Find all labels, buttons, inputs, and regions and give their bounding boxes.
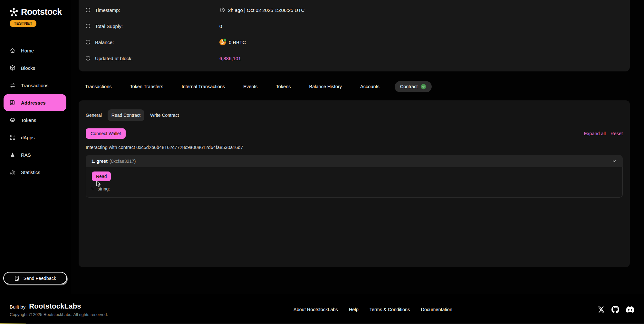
sidebar-item-statistics[interactable]: Statistics bbox=[0, 163, 70, 181]
built-by-text: Built by bbox=[10, 304, 25, 310]
chevron-down-icon[interactable] bbox=[612, 159, 617, 164]
tab-contract[interactable]: Contract bbox=[395, 81, 432, 92]
address-card-icon bbox=[9, 99, 16, 106]
info-row-total-supply: Total Supply: 0 bbox=[85, 18, 630, 34]
social-icons bbox=[598, 305, 634, 314]
sidebar-item-label: dApps bbox=[21, 135, 35, 140]
scrollbar-thumb[interactable] bbox=[0, 323, 26, 324]
footer-link-about[interactable]: About RootstockLabs bbox=[293, 307, 338, 312]
verified-check-icon bbox=[421, 84, 426, 89]
sidebar-item-label: Addresses bbox=[21, 100, 46, 106]
main-content: Timestamp: 2h ago | Oct 02 2025 15:06:25… bbox=[70, 0, 644, 295]
rootstock-explorer-page: Rootstock TESTNET Home bbox=[0, 0, 644, 324]
rootstock-logo-icon bbox=[9, 7, 19, 17]
read-button[interactable]: Read bbox=[92, 171, 111, 181]
expand-all-link[interactable]: Expand all bbox=[584, 131, 606, 136]
tab-transactions[interactable]: Transactions bbox=[85, 84, 111, 89]
subtab-general[interactable]: General bbox=[86, 109, 102, 121]
result-branch-icon bbox=[92, 187, 94, 189]
connect-wallet-button[interactable]: Connect Wallet bbox=[86, 128, 126, 139]
tab-balance-history[interactable]: Balance History bbox=[309, 84, 342, 89]
subtab-read-contract[interactable]: Read Contract bbox=[108, 109, 144, 121]
logo-block: Rootstock TESTNET bbox=[0, 7, 70, 27]
coin-icon bbox=[9, 117, 16, 124]
sidebar-item-label: RAS bbox=[21, 152, 31, 158]
sidebar-item-transactions[interactable]: Transactions bbox=[0, 77, 70, 94]
balance-label: Balance: bbox=[95, 40, 114, 45]
cube-icon bbox=[9, 65, 16, 71]
send-feedback-button[interactable]: Send Feedback bbox=[3, 272, 67, 284]
contract-panel: General Read Contract Write Contract Con… bbox=[79, 100, 630, 267]
total-supply-label: Total Supply: bbox=[95, 23, 123, 29]
total-supply-value: 0 bbox=[219, 23, 222, 29]
sidebar-item-ras[interactable]: RAS bbox=[0, 146, 70, 163]
reset-link[interactable]: Reset bbox=[610, 131, 623, 136]
updated-block-label: Updated at block: bbox=[95, 56, 133, 61]
rbtc-icon: ₿ bbox=[219, 39, 226, 45]
timestamp-value: 2h ago | Oct 02 2025 15:06:25 UTC bbox=[228, 7, 304, 13]
sidebar-item-label: Statistics bbox=[21, 170, 40, 175]
tab-tokens[interactable]: Tokens bbox=[276, 84, 291, 89]
timestamp-label: Timestamp: bbox=[95, 7, 120, 13]
footer-link-terms[interactable]: Terms & Conditions bbox=[370, 307, 410, 312]
interacting-with-contract-text: Interacting with contract 0xc5d2b6b48162… bbox=[86, 145, 623, 150]
info-row-timestamp: Timestamp: 2h ago | Oct 02 2025 15:06:25… bbox=[85, 2, 630, 18]
rootstocklabs-logo[interactable]: RootstockLabs bbox=[29, 302, 81, 310]
x-twitter-icon[interactable] bbox=[598, 306, 605, 313]
method-accordion-header[interactable]: 1. greet(0xcfae3217) bbox=[86, 155, 623, 167]
method-selector: (0xcfae3217) bbox=[110, 159, 136, 164]
bar-chart-icon bbox=[9, 169, 16, 176]
footer-link-documentation[interactable]: Documentation bbox=[421, 307, 452, 312]
sidebar-item-tokens[interactable]: Tokens bbox=[0, 111, 70, 129]
home-icon bbox=[9, 47, 16, 54]
method-title: 1. greet(0xcfae3217) bbox=[91, 159, 136, 164]
tab-internal-transactions[interactable]: Internal Transactions bbox=[182, 84, 225, 89]
balance-value: 0 RBTC bbox=[229, 40, 246, 45]
sidebar-item-label: Blocks bbox=[21, 65, 35, 71]
address-tabs: Transactions Token Transfers Internal Tr… bbox=[85, 79, 630, 94]
feedback-label: Send Feedback bbox=[24, 276, 56, 281]
sidebar-item-dapps[interactable]: dApps bbox=[0, 129, 70, 146]
info-icon[interactable] bbox=[85, 55, 91, 61]
sidebar-item-home[interactable]: Home bbox=[0, 42, 70, 59]
footer-brand-block: Built by RootstockLabs Copyright © 2025 … bbox=[10, 302, 148, 317]
contract-subtabs: General Read Contract Write Contract bbox=[86, 109, 623, 121]
sidebar-item-label: Tokens bbox=[21, 117, 36, 123]
info-row-balance: Balance: ₿ 0 RBTC bbox=[85, 34, 630, 50]
wallet-row: Connect Wallet Expand all Reset bbox=[86, 128, 623, 139]
dapps-grid-icon bbox=[9, 134, 16, 141]
result-type-label: string: bbox=[98, 186, 110, 191]
footer-link-help[interactable]: Help bbox=[349, 307, 359, 312]
footer-links: About RootstockLabs Help Terms & Conditi… bbox=[148, 307, 598, 312]
tab-contract-label: Contract bbox=[400, 84, 418, 89]
github-icon[interactable] bbox=[611, 306, 619, 313]
info-icon[interactable] bbox=[85, 39, 91, 45]
rootstock-logo[interactable]: Rootstock bbox=[9, 7, 70, 17]
sidebar-nav: Home Blocks Transa bbox=[0, 42, 70, 181]
sidebar-item-label: Home bbox=[21, 48, 34, 53]
swap-arrows-icon bbox=[9, 82, 16, 89]
copyright-text: Copyright © 2025 RootstockLabs. All righ… bbox=[10, 312, 148, 317]
sidebar-item-addresses[interactable]: Addresses bbox=[4, 94, 66, 111]
sidebar-item-label: Transactions bbox=[21, 83, 48, 88]
mountain-icon bbox=[9, 152, 16, 158]
logo-text: Rootstock bbox=[21, 7, 62, 17]
address-info-card: Timestamp: 2h ago | Oct 02 2025 15:06:25… bbox=[79, 0, 630, 71]
sidebar-item-blocks[interactable]: Blocks bbox=[0, 59, 70, 77]
footer: Built by RootstockLabs Copyright © 2025 … bbox=[0, 295, 644, 324]
info-icon[interactable] bbox=[85, 23, 91, 29]
discord-icon[interactable] bbox=[626, 305, 634, 314]
tab-token-transfers[interactable]: Token Transfers bbox=[130, 84, 163, 89]
subtab-write-contract[interactable]: Write Contract bbox=[150, 109, 179, 121]
method-name: 1. greet bbox=[91, 159, 108, 164]
block-number-link[interactable]: 6,886,101 bbox=[219, 56, 241, 61]
tab-events[interactable]: Events bbox=[243, 84, 257, 89]
tab-accounts[interactable]: Accounts bbox=[360, 84, 380, 89]
info-icon[interactable] bbox=[85, 7, 91, 13]
feedback-form-icon bbox=[14, 275, 20, 281]
sidebar: Rootstock TESTNET Home bbox=[0, 0, 70, 295]
content-row: Rootstock TESTNET Home bbox=[0, 0, 644, 295]
horizontal-scrollbar[interactable] bbox=[0, 323, 644, 324]
testnet-badge: TESTNET bbox=[10, 20, 36, 27]
method-accordion-body: Read string: bbox=[86, 167, 623, 198]
